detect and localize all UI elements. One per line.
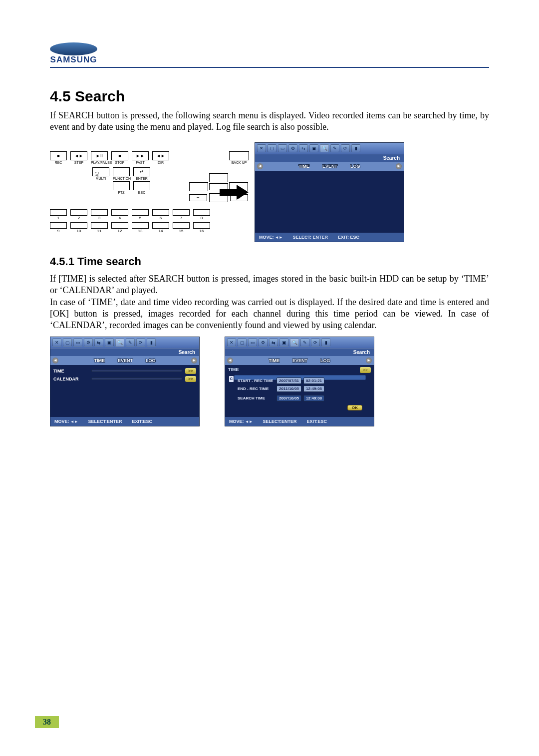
tab-scroll-left-icon[interactable]: ◄ bbox=[52, 358, 58, 364]
search-time-input[interactable]: 12:49:08 bbox=[303, 395, 324, 401]
remote-playpause-button[interactable]: ►II bbox=[91, 151, 108, 160]
tab-scroll-left-icon[interactable]: ◄ bbox=[257, 163, 263, 169]
close-notch-icon[interactable]: C bbox=[229, 376, 234, 382]
remote-num-button[interactable] bbox=[111, 209, 128, 216]
tab-scroll-right-icon[interactable]: ► bbox=[366, 358, 372, 364]
remote-enter-button[interactable]: ↵ bbox=[133, 167, 150, 176]
go-button[interactable]: >> bbox=[185, 368, 196, 374]
remote-dir-button[interactable]: ◄► bbox=[152, 151, 169, 160]
toolbar-icon[interactable]: ▢ bbox=[63, 339, 72, 347]
footer-move: MOVE: bbox=[229, 419, 253, 424]
toolbar-icon[interactable]: ▢ bbox=[238, 339, 247, 347]
toolbar-icon[interactable]: ▮ bbox=[147, 339, 156, 347]
remote-num-button[interactable] bbox=[50, 222, 67, 229]
remote-num-button[interactable] bbox=[193, 222, 210, 229]
list-row-calendar[interactable]: CALENDAR >> bbox=[53, 375, 196, 383]
remote-num-button[interactable] bbox=[91, 209, 108, 216]
tab-event[interactable]: EVENT bbox=[322, 164, 337, 169]
remote-number-row-1: 1 2 3 4 5 6 7 8 bbox=[50, 209, 215, 220]
toolbar-icon[interactable]: ⟳ bbox=[136, 339, 145, 347]
dvr-footer: MOVE: SELECT:ENTER EXIT:ESC bbox=[225, 417, 374, 426]
dpad-up-button[interactable] bbox=[209, 173, 228, 182]
toolbar-icon[interactable]: ▭ bbox=[278, 144, 287, 152]
toolbar-icon[interactable]: ⚙ bbox=[288, 144, 297, 152]
toolbar-icon[interactable]: ⟳ bbox=[311, 339, 320, 347]
toolbar-icon[interactable]: ▣ bbox=[105, 339, 114, 347]
toolbar-icon[interactable]: ▣ bbox=[279, 339, 288, 347]
remote-function-button[interactable] bbox=[113, 167, 130, 176]
remote-minus-button[interactable]: − bbox=[189, 194, 207, 201]
remote-rec-button[interactable]: ■ bbox=[50, 151, 67, 160]
go-button[interactable]: >> bbox=[185, 376, 196, 382]
tab-log[interactable]: LOG bbox=[146, 358, 156, 363]
tab-event[interactable]: EVENT bbox=[292, 358, 307, 363]
dvr-footer: MOVE: SELECT: ENTER EXIT: ESC bbox=[255, 233, 404, 242]
toolbar-icon[interactable]: ⇆ bbox=[269, 339, 278, 347]
toolbar-icon[interactable]: ▭ bbox=[73, 339, 82, 347]
toolbar-search-icon[interactable]: 🔍 bbox=[115, 339, 124, 347]
tab-scroll-right-icon[interactable]: ► bbox=[396, 163, 402, 169]
remote-num-button[interactable] bbox=[152, 222, 169, 229]
tab-log[interactable]: LOG bbox=[350, 164, 360, 169]
toolbar-icon[interactable]: ⟳ bbox=[341, 144, 350, 152]
go-button[interactable]: >> bbox=[360, 367, 371, 373]
toolbar-icon[interactable]: ⇆ bbox=[299, 144, 308, 152]
toolbar-icon[interactable]: ✕ bbox=[257, 144, 266, 152]
toolbar-icon[interactable]: ✕ bbox=[52, 339, 61, 347]
dpad-left-button[interactable] bbox=[189, 182, 208, 191]
toolbar-icon[interactable]: ✎ bbox=[300, 339, 309, 347]
list-row-time[interactable]: TIME >> bbox=[53, 367, 196, 375]
subsection-paragraph-2: In case of ‘TIME’, date and time video r… bbox=[50, 297, 489, 332]
remote-num-button[interactable] bbox=[70, 209, 87, 216]
remote-num-button[interactable] bbox=[91, 222, 108, 229]
tab-time[interactable]: TIME bbox=[298, 164, 309, 169]
toolbar-icon[interactable]: ▮ bbox=[351, 144, 360, 152]
toolbar-icon[interactable]: ✎ bbox=[126, 339, 135, 347]
dvr-footer: MOVE: SELECT:ENTER EXIT:ESC bbox=[50, 417, 199, 426]
logo-brand-text: SAMSUNG bbox=[50, 55, 97, 65]
toolbar-icon[interactable]: ▢ bbox=[268, 144, 276, 152]
toolbar-icon[interactable]: ▣ bbox=[309, 144, 318, 152]
toolbar-icon[interactable]: ⚙ bbox=[259, 339, 268, 347]
remote-fast-button[interactable]: ►► bbox=[132, 151, 149, 160]
tab-time[interactable]: TIME bbox=[94, 358, 105, 363]
remote-esc-button[interactable] bbox=[133, 181, 150, 190]
remote-ptz-button[interactable] bbox=[113, 181, 130, 190]
toolbar-icon[interactable]: ▭ bbox=[248, 339, 257, 347]
dvr-window-title: Search bbox=[255, 154, 404, 162]
toolbar-icon[interactable]: ✕ bbox=[227, 339, 236, 347]
remote-backup-button[interactable] bbox=[229, 151, 249, 160]
tab-scroll-left-icon[interactable]: ◄ bbox=[227, 358, 233, 364]
toolbar-icon[interactable]: ⇆ bbox=[94, 339, 103, 347]
dvr-time-menu-screenshot: ✕ ▢ ▭ ⚙ ⇆ ▣ 🔍 ✎ ⟳ ▮ Search ◄ TIME EVENT … bbox=[50, 337, 200, 426]
remote-num-button[interactable] bbox=[173, 222, 190, 229]
remote-num-button[interactable] bbox=[111, 222, 128, 229]
ok-button[interactable]: OK bbox=[347, 405, 362, 410]
toolbar-search-icon[interactable]: 🔍 bbox=[290, 339, 299, 347]
toolbar-icon[interactable]: ⚙ bbox=[84, 339, 93, 347]
dvr-toolbar: ✕ ▢ ▭ ⚙ ⇆ ▣ 🔍 ✎ ⟳ ▮ bbox=[225, 337, 374, 348]
remote-num-button[interactable] bbox=[132, 209, 149, 216]
tab-scroll-right-icon[interactable]: ► bbox=[191, 358, 197, 364]
toolbar-search-icon[interactable]: 🔍 bbox=[320, 144, 329, 152]
samsung-logo: SAMSUNG bbox=[50, 42, 97, 65]
remote-num-button[interactable] bbox=[70, 222, 87, 229]
remote-num-button[interactable] bbox=[152, 209, 169, 216]
detail-subhead: TIME bbox=[228, 367, 239, 372]
toolbar-icon[interactable]: ✎ bbox=[330, 144, 339, 152]
tab-event[interactable]: EVENT bbox=[118, 358, 133, 363]
remote-num-button[interactable] bbox=[50, 209, 67, 216]
remote-stop-button[interactable]: ■ bbox=[111, 151, 128, 160]
toolbar-icon[interactable]: ▮ bbox=[321, 339, 330, 347]
remote-num-button[interactable] bbox=[173, 209, 190, 216]
arrow-right-icon bbox=[220, 185, 250, 200]
remote-num-button[interactable] bbox=[132, 222, 149, 229]
figure-row-2: ✕ ▢ ▭ ⚙ ⇆ ▣ 🔍 ✎ ⟳ ▮ Search ◄ TIME EVENT … bbox=[50, 337, 489, 426]
dvr-toolbar: ✕ ▢ ▭ ⚙ ⇆ ▣ 🔍 ✎ ⟳ ▮ bbox=[255, 143, 404, 154]
tab-log[interactable]: LOG bbox=[320, 358, 330, 363]
remote-step-button[interactable]: ◄► bbox=[70, 151, 87, 160]
tab-time[interactable]: TIME bbox=[269, 358, 279, 363]
search-date-input[interactable]: 2007/10/05 bbox=[276, 395, 301, 401]
remote-num-button[interactable] bbox=[193, 209, 210, 216]
remote-multi-button[interactable] bbox=[92, 167, 109, 176]
